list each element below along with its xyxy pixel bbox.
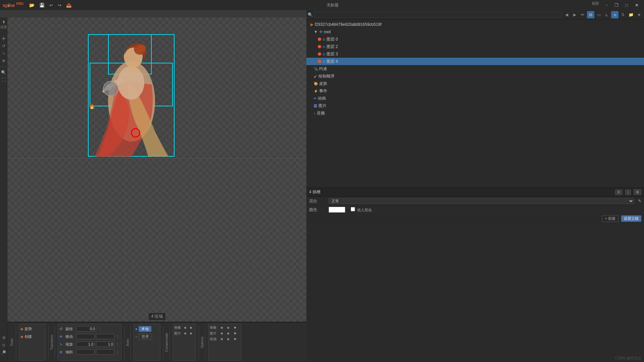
open-button[interactable]: 📂 (28, 2, 36, 8)
next-btn[interactable]: ▶ (571, 11, 578, 18)
set-parent-button[interactable]: 设置父级 (621, 215, 641, 222)
opt-other-d2 (227, 338, 229, 340)
tool-magnet[interactable]: ⊞ (1, 334, 7, 341)
tree-draw-order[interactable]: 🖌 绘制顺序 (306, 72, 644, 80)
move-icon: ✛ (59, 334, 64, 339)
draworder-icon: 🖌 (314, 74, 317, 78)
layer3-text: 图层 3 (327, 51, 338, 57)
tree-animation[interactable]: ✏ 动画 (306, 95, 644, 102)
tree-root-file[interactable]: ▶ f29327cb48479e620a8d91659cb519f (306, 21, 644, 28)
minimize-button[interactable]: － (602, 1, 611, 9)
scale-y-input[interactable] (96, 342, 114, 347)
tool-zoom[interactable]: 🔍 (1, 69, 7, 75)
tool-scale[interactable]: ⤡ (1, 50, 7, 56)
tree-images[interactable]: 🖼 图片 (306, 102, 644, 109)
svg-point-7 (138, 45, 146, 52)
move-y-input[interactable] (96, 334, 114, 339)
export-button[interactable]: 📤 (64, 2, 73, 8)
rect-btn[interactable]: ▭ (595, 11, 602, 18)
slots-action-3[interactable]: ⊞ (634, 189, 641, 195)
move-drag[interactable]: ⋮ (116, 334, 120, 339)
color-picker[interactable] (329, 207, 345, 213)
compensate-panel: 骨骼 图片 (172, 324, 196, 361)
tree-constraints[interactable]: 📎 约束 (306, 65, 644, 72)
person-icon[interactable]: 🧍 (2, 20, 6, 24)
tree-audio[interactable]: ♪ 音频 (306, 109, 644, 117)
opt-img-d1 (221, 332, 223, 334)
new-button[interactable]: + 新建 (602, 215, 618, 222)
create-row: ◆ 创建 (20, 333, 44, 340)
search-input[interactable] (314, 12, 561, 18)
local-button[interactable]: 本地 (139, 326, 151, 332)
tool-rotate[interactable]: ↺ (1, 43, 7, 49)
tool-pan[interactable]: ⛶ (1, 77, 7, 83)
fill-black-label[interactable]: 填入黑色 (351, 207, 372, 213)
scale-row: ⤡ 缩放 ⋮ (59, 341, 120, 348)
flame-icon: 🔥 (89, 103, 95, 109)
canvas-area[interactable]: 🔥 4 区域 (7, 17, 306, 362)
action-row: + 新建 设置父级 (306, 214, 644, 223)
tool-shear[interactable]: ⊕ (1, 58, 7, 64)
slots-action-2[interactable]: I (625, 190, 631, 195)
folder-btn[interactable]: 📁 (627, 11, 635, 18)
tree-layer-4[interactable]: ⊙ 图层 4 (306, 58, 644, 65)
pose-row: ◆ 姿势 (20, 325, 44, 332)
restore-button[interactable]: ❐ (612, 1, 621, 9)
circle-btn[interactable]: ⊙ (587, 11, 594, 18)
tool-zoom-out[interactable]: 🔎 (1, 349, 7, 355)
shear-y-input[interactable] (96, 349, 114, 355)
star-btn[interactable]: ★ (635, 11, 643, 18)
tree-layer-0[interactable]: ⊙ 图层 0 (306, 36, 644, 43)
slots-action-1[interactable]: R (615, 190, 623, 195)
axes-label: Axes (125, 326, 130, 359)
shear-drag[interactable]: ⋮ (116, 350, 120, 354)
edit-btn[interactable]: ✏ (579, 11, 586, 18)
pose-label: 姿势 (24, 326, 32, 331)
shear-label: 倾斜 (65, 350, 75, 355)
scale-x-input[interactable] (76, 342, 95, 347)
layer3-dot (318, 52, 321, 56)
compensate-section: Compensate (163, 326, 170, 359)
save-button[interactable]: 💾 (38, 2, 46, 8)
comp-img-dot1 (184, 332, 186, 334)
shear-x-input[interactable] (76, 349, 95, 355)
options-label: Options (200, 326, 205, 359)
titlebar: spine PRO 📂 💾 ↩ ↪ 📤 无标题 视图 － ❐ □ ✕ (0, 0, 644, 10)
tree-events[interactable]: ⚡ 事件 (306, 87, 644, 95)
opt-flag1: ⚑ (234, 326, 240, 330)
left-sidebar: 🧍 设置 ✛ ↺ ⤡ ⊕ 🔍 ⛶ ⊞ ◎ 🔎 (0, 17, 7, 362)
tool-circle[interactable]: ◎ (1, 342, 7, 348)
redo-button[interactable]: ↪ (56, 2, 63, 8)
undo-button[interactable]: ↩ (48, 2, 55, 8)
tool-select[interactable]: ✛ (1, 36, 7, 42)
crosshair-horizontal (7, 158, 306, 159)
world-button[interactable]: 世界 (139, 333, 152, 340)
fill-black-text: 填入黑色 (357, 208, 372, 212)
layer0-text: 图层 0 (327, 37, 338, 42)
rotate-drag[interactable]: ⋮ (98, 326, 102, 331)
highlight-btn[interactable]: ◈ (611, 11, 618, 18)
fill-black-checkbox[interactable] (351, 207, 355, 211)
app-name-spine: spine (3, 3, 15, 8)
layer0-dot (318, 38, 321, 41)
blend-select[interactable]: 正常 (329, 198, 634, 204)
comp-bone-dot1 (184, 327, 186, 329)
tree-layer-3[interactable]: ⊙ 图层 3 (306, 50, 644, 58)
scale-label: 缩放 (65, 342, 75, 347)
area-label: 4 区域 (148, 313, 165, 320)
tree-root-node[interactable]: ▼ ✛ root (306, 28, 644, 36)
rotate-input[interactable] (76, 326, 96, 331)
close-button[interactable]: ✕ (632, 1, 641, 9)
filter-btn[interactable]: ⊾ (603, 11, 610, 18)
blend-edit-icon[interactable]: ✎ (638, 199, 641, 203)
divider-1 (0, 66, 7, 67)
props-area: 混合 正常 ✎ 颜色 填入黑色 + 新建 设置父级 (306, 197, 644, 362)
prev-btn[interactable]: ◀ (563, 11, 570, 18)
move-x-input[interactable] (76, 334, 95, 339)
tree-layer-2[interactable]: ⊙ 图层 2 (306, 43, 644, 50)
scale-drag[interactable]: ⋮ (116, 342, 120, 347)
tree-skin[interactable]: 🎨 皮肤 (306, 80, 644, 87)
sort-btn[interactable]: ⇅ (619, 11, 627, 18)
rotate-indicator[interactable] (131, 128, 140, 138)
maximize-button[interactable]: □ (622, 1, 631, 9)
